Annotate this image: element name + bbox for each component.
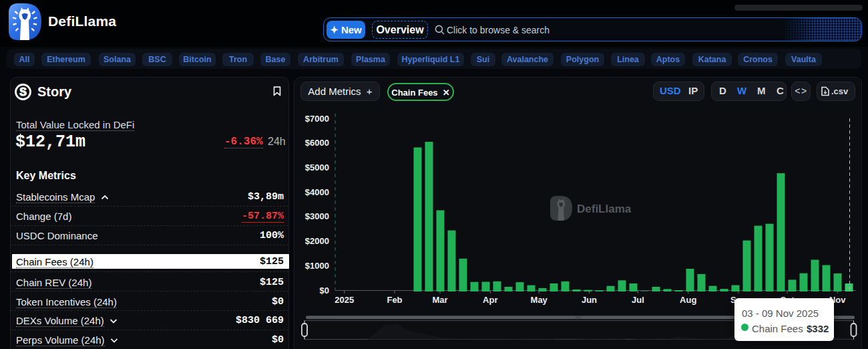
svg-text:$4000: $4000	[305, 187, 329, 197]
svg-text:$6000: $6000	[305, 138, 329, 148]
svg-text:Jul: Jul	[632, 295, 644, 305]
svg-text:Mar: Mar	[432, 295, 447, 305]
svg-text:Jun: Jun	[582, 295, 597, 305]
svg-text:May: May	[531, 295, 548, 305]
svg-text:Apr: Apr	[483, 295, 497, 305]
svg-text:$7000: $7000	[305, 114, 329, 124]
svg-text:$1000: $1000	[305, 261, 329, 271]
svg-text:$2000: $2000	[305, 236, 329, 246]
svg-text:2025: 2025	[335, 295, 354, 305]
svg-text:$3000: $3000	[305, 211, 329, 221]
svg-text:$5000: $5000	[305, 162, 329, 172]
svg-text:Aug: Aug	[680, 295, 696, 305]
svg-text:$0: $0	[320, 285, 329, 296]
svg-text:Feb: Feb	[387, 295, 402, 305]
